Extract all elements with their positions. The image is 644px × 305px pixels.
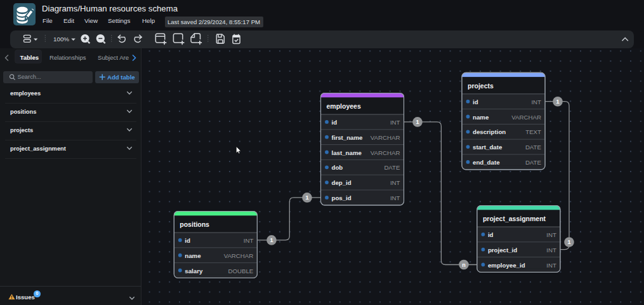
svg-text:n: n bbox=[462, 262, 466, 268]
svg-text:100%: 100% bbox=[53, 36, 69, 43]
svg-text:id: id bbox=[332, 119, 338, 126]
svg-text:dob: dob bbox=[332, 164, 343, 171]
svg-text:VARCHAR: VARCHAR bbox=[224, 252, 254, 259]
svg-text:DATE: DATE bbox=[525, 144, 542, 151]
svg-text:DOUBLE: DOUBLE bbox=[228, 268, 253, 274]
svg-text:name: name bbox=[473, 114, 489, 121]
svg-text:1: 1 bbox=[556, 98, 559, 105]
svg-text:1: 1 bbox=[416, 119, 419, 125]
svg-text:VARCHAR: VARCHAR bbox=[371, 149, 400, 156]
svg-text:1: 1 bbox=[270, 237, 273, 243]
svg-text:DATE: DATE bbox=[525, 159, 542, 166]
svg-text:last_name: last_name bbox=[332, 149, 362, 156]
svg-text:INT: INT bbox=[244, 237, 254, 244]
svg-text:pos_id: pos_id bbox=[332, 194, 352, 201]
svg-text:salary: salary bbox=[185, 268, 203, 274]
svg-text:start_date: start_date bbox=[473, 144, 503, 151]
svg-text:INT: INT bbox=[390, 194, 400, 201]
svg-text:project_assignment: project_assignment bbox=[483, 215, 546, 222]
svg-text:INT: INT bbox=[390, 179, 400, 186]
svg-text:1: 1 bbox=[305, 194, 308, 201]
svg-text:project_id: project_id bbox=[488, 247, 517, 254]
svg-text:VARCHAR: VARCHAR bbox=[371, 134, 400, 141]
svg-text:INT: INT bbox=[546, 247, 556, 254]
svg-text:INT: INT bbox=[546, 262, 556, 269]
svg-text:dep_id: dep_id bbox=[332, 179, 352, 186]
svg-text:employee_id: employee_id bbox=[488, 262, 525, 269]
svg-text:INT: INT bbox=[390, 119, 400, 126]
svg-text:first_name: first_name bbox=[332, 134, 364, 141]
svg-text:employees: employees bbox=[327, 102, 361, 110]
svg-text:id: id bbox=[473, 98, 478, 105]
svg-text:INT: INT bbox=[546, 231, 556, 238]
svg-text:positions: positions bbox=[180, 220, 209, 228]
svg-text:description: description bbox=[473, 128, 506, 135]
svg-text:1: 1 bbox=[567, 239, 570, 245]
svg-text:id: id bbox=[185, 237, 190, 244]
svg-text:DATE: DATE bbox=[384, 164, 400, 171]
svg-text:id: id bbox=[488, 231, 494, 238]
svg-text:projects: projects bbox=[468, 82, 494, 90]
svg-text:TEXT: TEXT bbox=[525, 128, 541, 135]
svg-text:INT: INT bbox=[531, 98, 541, 105]
svg-text:name: name bbox=[185, 252, 201, 259]
svg-text:VARCHAR: VARCHAR bbox=[511, 114, 541, 121]
svg-text:end_date: end_date bbox=[473, 159, 500, 166]
